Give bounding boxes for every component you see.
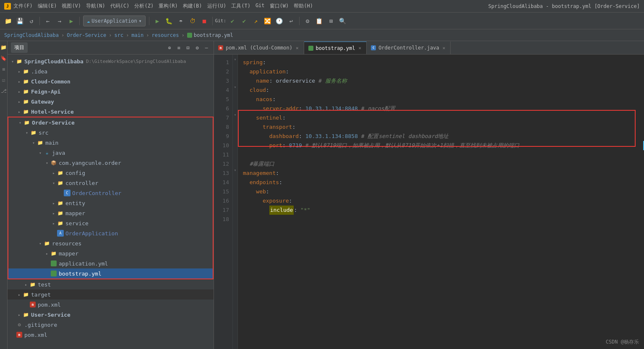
back-btn[interactable]: ←: [43, 16, 52, 26]
tree-item-config[interactable]: ▸ 📁 config: [8, 168, 213, 178]
breadcrumb-module[interactable]: Order-Service: [67, 32, 106, 38]
structure-icon[interactable]: ≡: [2, 66, 5, 72]
tree-item-gitignore[interactable]: ⚙ .gitignore: [8, 320, 214, 330]
tree-item-test[interactable]: ▸ 📁 test: [8, 279, 214, 289]
tree-item-pom-order[interactable]: m pom.xml: [8, 300, 214, 310]
tab-pom-close[interactable]: ✕: [295, 45, 300, 51]
profile-btn[interactable]: ⏱: [188, 16, 197, 26]
todo-icon[interactable]: ☑: [2, 77, 5, 83]
history-btn[interactable]: 🕐: [275, 16, 284, 26]
save-btn[interactable]: 💾: [15, 16, 24, 26]
git-pull-btn[interactable]: 🔀: [263, 16, 272, 26]
tree-item-bootstrap-yml[interactable]: bootstrap.yml: [8, 268, 213, 279]
menu-analyze[interactable]: 分析(Z): [134, 3, 154, 10]
search-btn[interactable]: 🔍: [338, 16, 347, 26]
code-content[interactable]: spring: application: name: orderservice …: [238, 55, 644, 349]
tree-item-gateway[interactable]: ▸ 📁 Gateway: [8, 96, 214, 107]
run-btn[interactable]: ▶: [153, 16, 162, 26]
breadcrumb-src[interactable]: src: [114, 32, 123, 38]
fold-8[interactable]: [233, 119, 237, 128]
fold-3[interactable]: [233, 73, 237, 82]
menu-run[interactable]: 运行(U): [207, 3, 227, 10]
menu-build[interactable]: 构建(B): [183, 3, 202, 10]
fold-14[interactable]: [233, 174, 237, 184]
menu-view[interactable]: 视图(V): [62, 3, 81, 10]
fold-10[interactable]: [233, 138, 237, 147]
run-recent-btn[interactable]: ▶: [67, 16, 76, 26]
vcs-btn[interactable]: 📋: [315, 16, 324, 26]
tree-item-mapper-res[interactable]: ▸ 📁 mapper: [8, 248, 213, 258]
tree-item-entity[interactable]: ▸ 📁 entity: [8, 198, 213, 208]
fold-13[interactable]: ▾: [233, 165, 237, 174]
fold-4[interactable]: ▾: [233, 82, 237, 91]
breadcrumb-resources[interactable]: resources: [152, 32, 179, 38]
fold-12[interactable]: [233, 156, 237, 165]
bookmark-icon[interactable]: 🔖: [0, 55, 7, 61]
fold-17[interactable]: [233, 202, 237, 211]
tree-item-service[interactable]: ▸ 📁 service: [8, 218, 213, 228]
forward-btn[interactable]: →: [55, 16, 64, 26]
menu-code[interactable]: 代码(C): [110, 3, 130, 10]
tree-item-mapper[interactable]: ▸ 📁 mapper: [8, 208, 213, 218]
breadcrumb-file[interactable]: bootstrap.yml: [194, 32, 233, 38]
run-config-dropdown[interactable]: ☁ UserApplication ▾: [83, 16, 146, 26]
tree-item-pom-root[interactable]: m pom.xml: [8, 330, 214, 340]
sidebar-hide-btn[interactable]: —: [203, 44, 210, 52]
layout-btn[interactable]: ⊞: [326, 16, 336, 26]
settings-btn[interactable]: ⚙: [303, 16, 312, 26]
tree-item-order-service[interactable]: ▾ 📁 Order-Service: [8, 117, 213, 128]
tree-item-application-yml[interactable]: application.yml: [8, 258, 213, 268]
git-icon[interactable]: ⎇: [1, 88, 7, 94]
fold-5[interactable]: [233, 91, 237, 101]
tree-item-root[interactable]: ▾ 📁 SpringCloudAlibaba D:\GiteeWorkSpace…: [8, 56, 214, 66]
tree-item-src[interactable]: ▾ 📁 src: [8, 128, 213, 138]
fold-1[interactable]: ▾: [233, 55, 237, 64]
breadcrumb-main[interactable]: main: [131, 32, 143, 38]
menu-help[interactable]: 帮助(H): [294, 3, 313, 10]
menu-tools[interactable]: 工具(T): [231, 3, 250, 10]
tree-item-ordercontroller[interactable]: C OrderController: [8, 188, 213, 198]
fold-15[interactable]: [233, 184, 237, 193]
tree-item-controller[interactable]: ▾ 📁 controller: [8, 178, 213, 188]
coverage-btn[interactable]: ☂: [176, 16, 185, 26]
fold-11[interactable]: [233, 147, 237, 156]
tree-item-cloud-common[interactable]: ▸ 📁 Cloud-Common: [8, 76, 214, 86]
tree-item-java-folder[interactable]: ▾ ☕ java: [8, 148, 213, 158]
tab-ordercontroller-close[interactable]: ✕: [442, 45, 446, 51]
tab-bootstrap-yml[interactable]: bootstrap.yml ✕: [304, 42, 367, 54]
tree-item-main[interactable]: ▾ 📁 main: [8, 138, 213, 148]
folder-icon[interactable]: 📁: [0, 44, 7, 50]
tree-item-orderapplication[interactable]: A OrderApplication: [8, 228, 213, 238]
git-push-btn[interactable]: ↗: [251, 16, 261, 26]
tree-item-target[interactable]: ▸ 📁 target: [8, 289, 214, 300]
sidebar-project-tab[interactable]: 项目: [11, 42, 28, 53]
fold-16[interactable]: [233, 193, 237, 202]
sidebar-settings-btn[interactable]: ⚙: [193, 44, 201, 52]
refresh-btn[interactable]: ↺: [27, 16, 36, 26]
fold-7[interactable]: ▾: [233, 110, 237, 119]
menu-window[interactable]: 窗口(W): [270, 3, 289, 10]
git-update-btn[interactable]: ✔: [228, 16, 237, 26]
tree-item-resources[interactable]: ▾ 📁 resources: [8, 238, 213, 248]
tab-pom-xml[interactable]: m pom.xml (Cloud-Common) ✕: [214, 42, 304, 54]
rollback-btn[interactable]: ↩: [287, 16, 296, 26]
breadcrumb-root[interactable]: SpringCloudAlibaba: [4, 32, 59, 38]
menu-git[interactable]: Git: [256, 3, 265, 10]
tree-item-user-service[interactable]: ▸ 📁 User-Service: [8, 310, 214, 320]
fold-2[interactable]: [233, 64, 237, 73]
menu-refactor[interactable]: 重构(R): [159, 3, 178, 10]
tree-item-feign-api[interactable]: ▸ 📁 Feign-Api: [8, 86, 214, 96]
debug-btn[interactable]: 🐛: [164, 16, 174, 26]
menu-edit[interactable]: 编辑(E): [38, 3, 57, 10]
git-fetch-btn[interactable]: Git:: [216, 16, 225, 26]
fold-9[interactable]: [233, 128, 237, 138]
tree-item-package[interactable]: ▾ 📦 com.yangcunle.order: [8, 158, 213, 168]
fold-18[interactable]: [233, 211, 237, 221]
git-commit-btn[interactable]: ✔: [240, 16, 249, 26]
sidebar-expand-btn[interactable]: ≡: [175, 44, 183, 52]
tree-item-hotel-service[interactable]: ▸ 📁 Hotel-Service: [8, 107, 214, 117]
stop-btn[interactable]: ■: [200, 16, 209, 26]
tab-ordercontroller[interactable]: C OrderController.java ✕: [367, 42, 451, 54]
new-project-btn[interactable]: 📁: [3, 16, 13, 26]
code-editor[interactable]: 1 2 3 4 5 6 7 8 9 10 11 12 13 14 15 16 1…: [214, 55, 644, 349]
